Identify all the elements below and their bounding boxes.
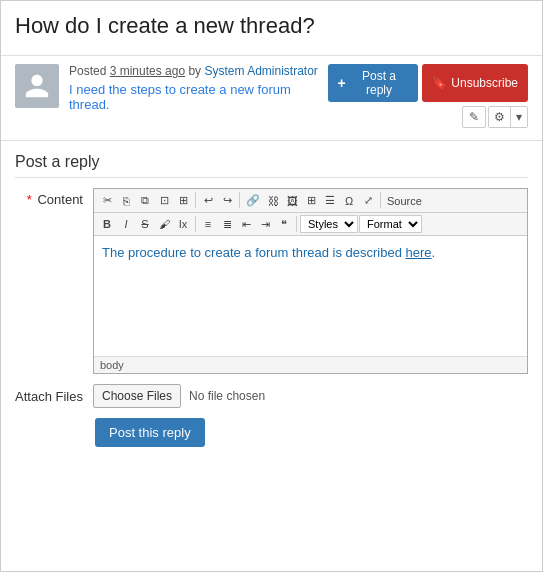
editor-toolbar-row2: B I S 🖌 Ix ≡ ≣ ⇤ ⇥ ❝ Styles Format: [94, 213, 527, 236]
toolbar-sep-r2-2: [296, 216, 297, 232]
submit-row: Post this reply: [15, 408, 528, 457]
tb-paste-word-btn[interactable]: ⊞: [174, 192, 192, 209]
styles-select[interactable]: Styles: [300, 215, 358, 233]
format-select[interactable]: Format: [359, 215, 422, 233]
attach-label: Attach Files: [15, 389, 83, 404]
tb-copy-btn[interactable]: ⎘: [117, 193, 135, 209]
section-divider: [1, 140, 542, 141]
tb-ol-btn[interactable]: ≡: [199, 216, 217, 232]
tb-bold-btn[interactable]: B: [98, 216, 116, 232]
btn-row-bottom: ✎ ⚙ ▾: [462, 106, 528, 128]
tb-redo-btn[interactable]: ↪: [218, 192, 236, 209]
editor-statusbar: body: [94, 356, 527, 373]
tb-unlink-btn[interactable]: ⛓: [264, 193, 282, 209]
tb-paint-btn[interactable]: 🖌: [155, 216, 173, 232]
tb-blockquote-btn[interactable]: ❝: [275, 216, 293, 233]
tb-clear-format-btn[interactable]: Ix: [174, 216, 192, 232]
choose-files-button[interactable]: Choose Files: [93, 384, 181, 408]
reply-section: Post a reply * Content ✂ ⎘ ⧉ ⊡ ⊞ ↩ ↪: [1, 145, 542, 457]
tb-link-btn[interactable]: 🔗: [243, 192, 263, 209]
gear-dropdown-arrow[interactable]: ▾: [511, 107, 527, 127]
tb-maximize-btn[interactable]: ⤢: [359, 192, 377, 209]
tb-image-btn[interactable]: 🖼: [283, 193, 301, 209]
editor-body[interactable]: The procedure to create a forum thread i…: [94, 236, 527, 356]
content-form-row: * Content ✂ ⎘ ⧉ ⊡ ⊞ ↩ ↪ 🔗: [15, 188, 528, 374]
edit-icon-button[interactable]: ✎: [462, 106, 486, 128]
post-this-reply-button[interactable]: Post this reply: [95, 418, 205, 447]
tb-ul-btn[interactable]: ≣: [218, 216, 236, 233]
tb-source-btn[interactable]: Source: [384, 192, 425, 209]
unsubscribe-button[interactable]: 🔖 Unsubscribe: [422, 64, 528, 102]
editor-toolbar-row1: ✂ ⎘ ⧉ ⊡ ⊞ ↩ ↪ 🔗 ⛓ 🖼 ⊞ ☰: [94, 189, 527, 213]
page-header: How do I create a new thread?: [1, 1, 542, 56]
tb-indent-less-btn[interactable]: ⇤: [237, 216, 255, 233]
post-info: Posted 3 minutes ago by System Administr…: [69, 64, 328, 112]
user-avatar-icon: [23, 72, 51, 100]
gear-dropdown: ⚙ ▾: [488, 106, 528, 128]
editor-content: The procedure to create a forum thread i…: [102, 244, 519, 262]
tb-paste-text-btn[interactable]: ⊡: [155, 192, 173, 209]
content-label: * Content: [15, 188, 83, 374]
toolbar-sep-1: [195, 192, 196, 208]
toolbar-sep-2: [239, 192, 240, 208]
attach-files-row: Attach Files Choose Files No file chosen: [15, 384, 528, 408]
tb-undo-btn[interactable]: ↩: [199, 192, 217, 209]
plus-icon: +: [338, 75, 346, 91]
tb-table-btn[interactable]: ⊞: [302, 192, 320, 209]
tb-special-char-btn[interactable]: Ω: [340, 193, 358, 209]
no-file-text: No file chosen: [189, 389, 265, 403]
btn-row-top: + Post a reply 🔖 Unsubscribe: [328, 64, 529, 102]
toolbar-group-3: 🔗 ⛓ 🖼 ⊞ ☰ Ω ⤢: [243, 192, 377, 209]
bookmark-icon: 🔖: [432, 76, 447, 90]
post-left: Posted 3 minutes ago by System Administr…: [15, 64, 328, 112]
action-buttons: + Post a reply 🔖 Unsubscribe ✎ ⚙ ▾: [328, 64, 529, 128]
avatar: [15, 64, 59, 108]
gear-button[interactable]: ⚙: [489, 107, 510, 127]
tb-hr-btn[interactable]: ☰: [321, 192, 339, 209]
author-link[interactable]: System Administrator: [204, 64, 317, 78]
toolbar-sep-3: [380, 192, 381, 208]
toolbar-group-2: ↩ ↪: [199, 192, 236, 209]
tb-italic-btn[interactable]: I: [117, 216, 135, 232]
page-title: How do I create a new thread?: [15, 13, 528, 39]
post-meta-row: Posted 3 minutes ago by System Administr…: [1, 56, 542, 136]
tb-indent-more-btn[interactable]: ⇥: [256, 216, 274, 233]
post-byline: Posted 3 minutes ago by System Administr…: [69, 64, 328, 78]
tb-cut-btn[interactable]: ✂: [98, 192, 116, 209]
editor-container: ✂ ⎘ ⧉ ⊡ ⊞ ↩ ↪ 🔗 ⛓ 🖼 ⊞ ☰: [93, 188, 528, 374]
toolbar-sep-r2-1: [195, 216, 196, 232]
required-marker: *: [27, 192, 32, 207]
attach-controls: Choose Files No file chosen: [93, 384, 265, 408]
post-body: I need the steps to create a new forum t…: [69, 82, 328, 112]
tb-paste-btn[interactable]: ⧉: [136, 192, 154, 209]
post-time-link[interactable]: 3 minutes ago: [110, 64, 185, 78]
tb-strikethrough-btn[interactable]: S: [136, 216, 154, 232]
toolbar-group-1: ✂ ⎘ ⧉ ⊡ ⊞: [98, 192, 192, 209]
reply-section-title: Post a reply: [15, 153, 528, 178]
post-reply-button[interactable]: + Post a reply: [328, 64, 419, 102]
editor-link[interactable]: here: [406, 245, 432, 260]
